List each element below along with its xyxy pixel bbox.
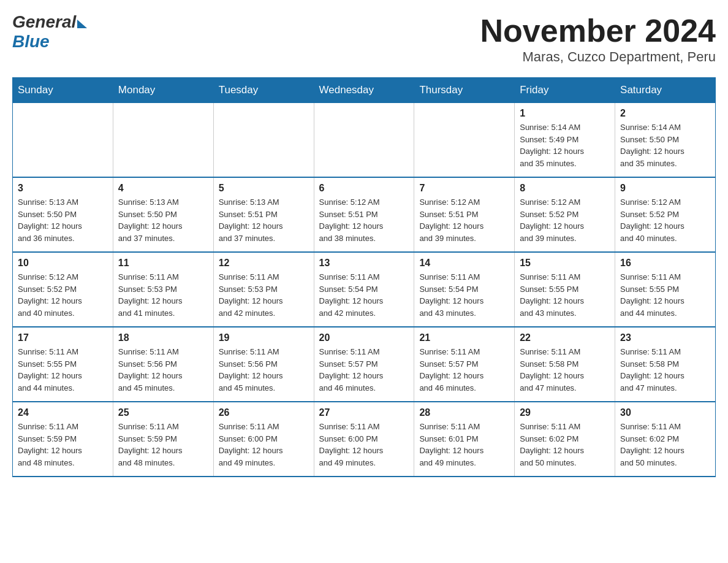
calendar-cell	[213, 103, 314, 178]
day-info: Sunrise: 5:11 AM Sunset: 6:02 PM Dayligh…	[620, 421, 710, 469]
day-number: 11	[118, 258, 208, 269]
calendar-cell: 24Sunrise: 5:11 AM Sunset: 5:59 PM Dayli…	[13, 402, 113, 477]
day-info: Sunrise: 5:12 AM Sunset: 5:51 PM Dayligh…	[319, 196, 409, 244]
day-number: 20	[319, 332, 409, 343]
day-number: 22	[520, 332, 610, 343]
day-number: 17	[18, 332, 108, 343]
calendar-cell	[414, 103, 515, 178]
day-info: Sunrise: 5:11 AM Sunset: 5:58 PM Dayligh…	[620, 346, 710, 394]
day-number: 26	[219, 407, 309, 418]
page-header: General Blue November 2024 Maras, Cuzco …	[12, 12, 716, 65]
day-number: 27	[319, 407, 409, 418]
day-info: Sunrise: 5:11 AM Sunset: 6:00 PM Dayligh…	[219, 421, 309, 469]
day-info: Sunrise: 5:11 AM Sunset: 5:54 PM Dayligh…	[419, 271, 509, 319]
day-number: 16	[620, 258, 710, 269]
day-info: Sunrise: 5:11 AM Sunset: 5:53 PM Dayligh…	[219, 271, 309, 319]
weekday-header: Saturday	[615, 78, 716, 103]
day-number: 5	[219, 183, 309, 194]
day-number: 2	[620, 108, 710, 119]
calendar-cell	[13, 103, 113, 178]
calendar-cell: 1Sunrise: 5:14 AM Sunset: 5:49 PM Daylig…	[515, 103, 615, 178]
day-number: 3	[18, 183, 108, 194]
day-number: 29	[520, 407, 610, 418]
weekday-header: Monday	[113, 78, 213, 103]
calendar-cell: 17Sunrise: 5:11 AM Sunset: 5:55 PM Dayli…	[13, 327, 113, 402]
calendar-cell: 7Sunrise: 5:12 AM Sunset: 5:51 PM Daylig…	[414, 177, 515, 252]
calendar-week-row: 17Sunrise: 5:11 AM Sunset: 5:55 PM Dayli…	[13, 327, 716, 402]
calendar-cell: 13Sunrise: 5:11 AM Sunset: 5:54 PM Dayli…	[314, 252, 414, 327]
day-info: Sunrise: 5:11 AM Sunset: 5:58 PM Dayligh…	[520, 346, 610, 394]
day-info: Sunrise: 5:11 AM Sunset: 5:57 PM Dayligh…	[319, 346, 409, 394]
day-info: Sunrise: 5:12 AM Sunset: 5:51 PM Dayligh…	[419, 196, 509, 244]
day-info: Sunrise: 5:11 AM Sunset: 5:54 PM Dayligh…	[319, 271, 409, 319]
day-info: Sunrise: 5:13 AM Sunset: 5:51 PM Dayligh…	[219, 196, 309, 244]
day-number: 10	[18, 258, 108, 269]
calendar-title: November 2024	[480, 12, 716, 49]
calendar-cell: 21Sunrise: 5:11 AM Sunset: 5:57 PM Dayli…	[414, 327, 515, 402]
calendar-cell	[113, 103, 213, 178]
day-info: Sunrise: 5:11 AM Sunset: 6:02 PM Dayligh…	[520, 421, 610, 469]
calendar-week-row: 24Sunrise: 5:11 AM Sunset: 5:59 PM Dayli…	[13, 402, 716, 477]
calendar-cell: 29Sunrise: 5:11 AM Sunset: 6:02 PM Dayli…	[515, 402, 615, 477]
day-number: 13	[319, 258, 409, 269]
calendar-cell: 26Sunrise: 5:11 AM Sunset: 6:00 PM Dayli…	[213, 402, 314, 477]
day-number: 7	[419, 183, 509, 194]
title-block: November 2024 Maras, Cuzco Department, P…	[480, 12, 716, 65]
day-number: 1	[520, 108, 610, 119]
calendar-cell: 15Sunrise: 5:11 AM Sunset: 5:55 PM Dayli…	[515, 252, 615, 327]
day-info: Sunrise: 5:11 AM Sunset: 5:55 PM Dayligh…	[520, 271, 610, 319]
day-info: Sunrise: 5:11 AM Sunset: 5:59 PM Dayligh…	[18, 421, 108, 469]
day-number: 19	[219, 332, 309, 343]
day-number: 23	[620, 332, 710, 343]
calendar-cell: 19Sunrise: 5:11 AM Sunset: 5:56 PM Dayli…	[213, 327, 314, 402]
day-info: Sunrise: 5:11 AM Sunset: 5:59 PM Dayligh…	[118, 421, 208, 469]
weekday-header: Sunday	[13, 78, 113, 103]
day-number: 28	[419, 407, 509, 418]
day-number: 4	[118, 183, 208, 194]
day-info: Sunrise: 5:11 AM Sunset: 5:55 PM Dayligh…	[18, 346, 108, 394]
day-info: Sunrise: 5:11 AM Sunset: 6:00 PM Dayligh…	[319, 421, 409, 469]
calendar-cell: 10Sunrise: 5:12 AM Sunset: 5:52 PM Dayli…	[13, 252, 113, 327]
calendar-cell: 5Sunrise: 5:13 AM Sunset: 5:51 PM Daylig…	[213, 177, 314, 252]
calendar-cell: 9Sunrise: 5:12 AM Sunset: 5:52 PM Daylig…	[615, 177, 716, 252]
calendar-cell: 22Sunrise: 5:11 AM Sunset: 5:58 PM Dayli…	[515, 327, 615, 402]
day-info: Sunrise: 5:13 AM Sunset: 5:50 PM Dayligh…	[118, 196, 208, 244]
day-info: Sunrise: 5:11 AM Sunset: 5:53 PM Dayligh…	[118, 271, 208, 319]
weekday-header-row: SundayMondayTuesdayWednesdayThursdayFrid…	[13, 78, 716, 103]
logo: General Blue	[12, 12, 87, 52]
day-info: Sunrise: 5:14 AM Sunset: 5:50 PM Dayligh…	[620, 121, 710, 169]
day-info: Sunrise: 5:11 AM Sunset: 5:56 PM Dayligh…	[118, 346, 208, 394]
day-info: Sunrise: 5:11 AM Sunset: 6:01 PM Dayligh…	[419, 421, 509, 469]
calendar-cell: 14Sunrise: 5:11 AM Sunset: 5:54 PM Dayli…	[414, 252, 515, 327]
day-number: 21	[419, 332, 509, 343]
day-number: 30	[620, 407, 710, 418]
day-number: 24	[18, 407, 108, 418]
day-number: 15	[520, 258, 610, 269]
calendar-cell: 6Sunrise: 5:12 AM Sunset: 5:51 PM Daylig…	[314, 177, 414, 252]
calendar-cell: 2Sunrise: 5:14 AM Sunset: 5:50 PM Daylig…	[615, 103, 716, 178]
day-number: 9	[620, 183, 710, 194]
calendar-cell: 3Sunrise: 5:13 AM Sunset: 5:50 PM Daylig…	[13, 177, 113, 252]
day-info: Sunrise: 5:14 AM Sunset: 5:49 PM Dayligh…	[520, 121, 610, 169]
day-info: Sunrise: 5:11 AM Sunset: 5:57 PM Dayligh…	[419, 346, 509, 394]
weekday-header: Thursday	[414, 78, 515, 103]
logo-blue-text: Blue	[12, 32, 50, 52]
calendar-cell: 20Sunrise: 5:11 AM Sunset: 5:57 PM Dayli…	[314, 327, 414, 402]
weekday-header: Tuesday	[213, 78, 314, 103]
logo-arrow-icon	[77, 20, 87, 28]
day-number: 18	[118, 332, 208, 343]
calendar-cell: 28Sunrise: 5:11 AM Sunset: 6:01 PM Dayli…	[414, 402, 515, 477]
calendar-cell: 23Sunrise: 5:11 AM Sunset: 5:58 PM Dayli…	[615, 327, 716, 402]
calendar-table: SundayMondayTuesdayWednesdayThursdayFrid…	[12, 77, 716, 477]
day-number: 14	[419, 258, 509, 269]
day-info: Sunrise: 5:11 AM Sunset: 5:55 PM Dayligh…	[620, 271, 710, 319]
day-info: Sunrise: 5:11 AM Sunset: 5:56 PM Dayligh…	[219, 346, 309, 394]
day-info: Sunrise: 5:12 AM Sunset: 5:52 PM Dayligh…	[520, 196, 610, 244]
calendar-cell: 4Sunrise: 5:13 AM Sunset: 5:50 PM Daylig…	[113, 177, 213, 252]
calendar-cell: 11Sunrise: 5:11 AM Sunset: 5:53 PM Dayli…	[113, 252, 213, 327]
calendar-week-row: 1Sunrise: 5:14 AM Sunset: 5:49 PM Daylig…	[13, 103, 716, 178]
day-info: Sunrise: 5:12 AM Sunset: 5:52 PM Dayligh…	[18, 271, 108, 319]
calendar-week-row: 10Sunrise: 5:12 AM Sunset: 5:52 PM Dayli…	[13, 252, 716, 327]
day-number: 25	[118, 407, 208, 418]
calendar-week-row: 3Sunrise: 5:13 AM Sunset: 5:50 PM Daylig…	[13, 177, 716, 252]
